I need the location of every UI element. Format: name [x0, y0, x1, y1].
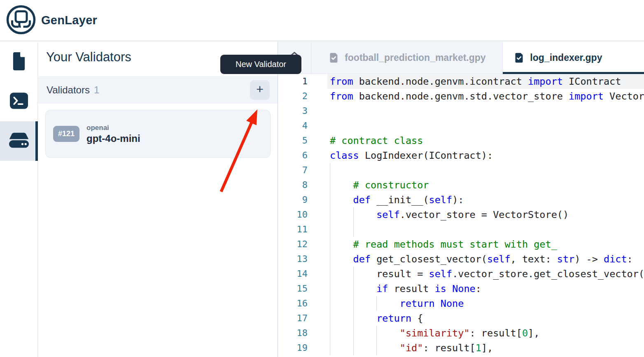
line-number: 7 — [278, 163, 308, 178]
file-icon — [11, 52, 27, 72]
code-line: def get_closest_vector(self, text: str) … — [330, 252, 644, 267]
line-number: 18 — [278, 326, 308, 341]
validators-panel: Your Validators Validators 1 + #121 open… — [38, 42, 278, 357]
validators-subheader: Validators 1 + — [38, 76, 278, 104]
code-line: from backend.node.genvm.std.vector_store… — [330, 89, 644, 104]
validators-section-label: Validators — [47, 84, 90, 96]
code-line — [330, 118, 644, 133]
genlayer-logo-icon — [6, 5, 36, 37]
line-number: 6 — [278, 148, 308, 163]
code-editor: football_prediction_market.gpylog_indexe… — [278, 42, 644, 357]
validator-provider: openai — [86, 124, 140, 132]
code-line: if result is None: — [330, 281, 644, 296]
line-number: 3 — [278, 104, 308, 118]
line-number: 8 — [278, 178, 308, 192]
line-number: 4 — [278, 118, 308, 133]
code-line — [330, 104, 644, 118]
editor-tab-1[interactable]: log_indexer.gpy — [503, 42, 644, 74]
code-line: # read methods must start with get_ — [330, 237, 644, 252]
sidebar-item-terminal[interactable] — [0, 82, 37, 121]
editor-tabbar: football_prediction_market.gpylog_indexe… — [278, 42, 644, 74]
sidebar-item-validators[interactable] — [0, 121, 37, 161]
line-number: 13 — [278, 252, 308, 267]
editor-tab-0[interactable]: football_prediction_market.gpy — [311, 42, 503, 74]
validator-id-badge: #121 — [53, 126, 79, 142]
code-line: self.vector_store = VectorStore() — [330, 207, 644, 222]
line-number: 15 — [278, 281, 308, 296]
line-number: 5 — [278, 133, 308, 148]
file-check-icon — [328, 52, 339, 63]
line-number: 11 — [278, 222, 308, 237]
brand-title: GenLayer — [41, 14, 97, 27]
hard-drive-icon — [9, 132, 29, 150]
validator-card[interactable]: #121 openai gpt-4o-mini — [45, 110, 271, 158]
line-number: 9 — [278, 192, 308, 207]
code-line: "similarity": result[0], — [330, 326, 644, 341]
code-line: result = self.vector_store.get_closest_v… — [330, 267, 644, 281]
validator-model: gpt-4o-mini — [86, 133, 140, 144]
code-line: def __init__(self): — [330, 192, 644, 207]
code-line — [330, 163, 644, 178]
file-check-icon — [513, 52, 525, 63]
code-line — [330, 222, 644, 237]
app-header: GenLayer — [0, 0, 644, 41]
line-number: 1 — [278, 74, 308, 89]
line-number: 17 — [278, 311, 308, 326]
code-line: "id": result[1], — [330, 341, 644, 355]
line-number: 19 — [278, 341, 308, 355]
code-line: from backend.node.genvm.icontract import… — [330, 74, 644, 89]
code-line: return { — [330, 311, 644, 326]
line-number: 16 — [278, 296, 308, 311]
validators-count: 1 — [94, 84, 99, 96]
new-validator-button[interactable]: + — [250, 80, 270, 100]
new-validator-tooltip: New Validator — [220, 55, 301, 74]
terminal-icon — [10, 93, 28, 111]
tab-label: log_indexer.gpy — [530, 52, 602, 63]
line-number: 12 — [278, 237, 308, 252]
line-number: 14 — [278, 267, 308, 281]
line-number: 10 — [278, 207, 308, 222]
code-line: # contract class — [330, 133, 644, 148]
code-area[interactable]: 1from backend.node.genvm.icontract impor… — [278, 74, 644, 357]
sidebar-item-contracts[interactable] — [0, 42, 37, 82]
code-line: return None — [330, 296, 644, 311]
icon-rail — [0, 42, 38, 357]
code-line: # constructor — [330, 178, 644, 192]
line-number: 2 — [278, 89, 308, 104]
code-line: class LogIndexer(IContract): — [330, 148, 644, 163]
tab-label: football_prediction_market.gpy — [345, 52, 486, 63]
